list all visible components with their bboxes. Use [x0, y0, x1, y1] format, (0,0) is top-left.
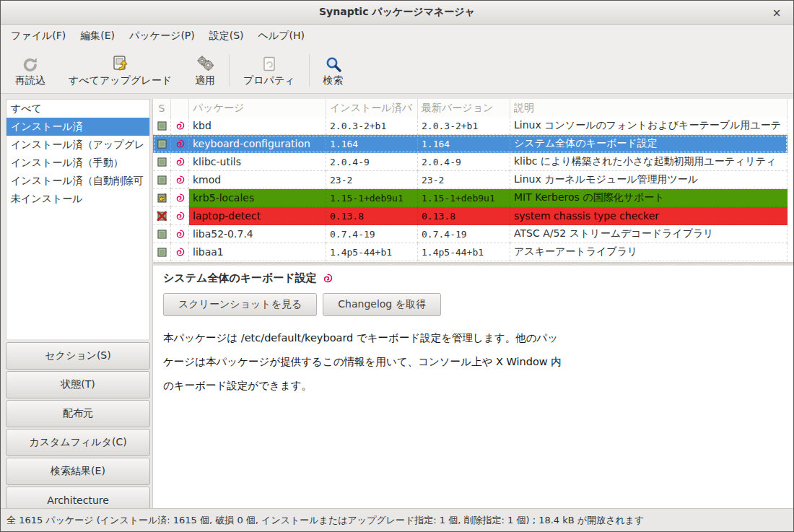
package-name: liba52-0.7.4 — [189, 225, 326, 243]
column-header-supported[interactable] — [171, 99, 189, 117]
column-header-description[interactable]: 説明 — [510, 99, 788, 117]
latest-version: 1.4p5-44+b1 — [418, 243, 510, 261]
column-header-status[interactable]: S — [153, 99, 171, 117]
description-line: のキーボード設定ができます。 — [163, 374, 783, 398]
get-changelog-button[interactable]: Changelog を取得 — [323, 293, 441, 316]
table-row-marked-upgrade[interactable]: krb5-locales 1.15-1+deb9u1 1.15-1+deb9u1… — [153, 189, 788, 207]
reload-label: 再読込 — [15, 74, 45, 87]
view-screenshot-button[interactable]: スクリーンショットを見る — [163, 293, 317, 316]
toolbar: 再読込 すべてアップグレード 適用 — [1, 48, 793, 94]
filter-item-installed-upgradable[interactable]: インストール済（アップグレ — [6, 136, 149, 154]
filter-item-installed-autoremovable[interactable]: インストール済（自動削除可 — [6, 172, 149, 190]
description-line: ケージは本パッケージが提供するこの情報を用いて、コンソール上や X Window… — [163, 350, 783, 374]
table-row[interactable]: kmod 23-2 23-2 Linux カーネルモジュール管理用ツール — [153, 171, 788, 189]
installed-version: 0.7.4-19 — [326, 225, 418, 243]
debian-swirl-icon — [171, 189, 189, 207]
installed-version: 1.15-1+deb9u1 — [326, 189, 418, 207]
description-line: 本パッケージは /etc/default/keyboard でキーボード設定を管… — [163, 326, 783, 350]
close-icon[interactable]: × — [767, 1, 786, 25]
properties-button[interactable]: プロパティ — [232, 50, 307, 91]
installed-version: 1.4p5-44+b1 — [326, 243, 418, 261]
debian-swirl-icon — [171, 171, 189, 189]
status-installed-icon — [153, 135, 171, 153]
package-description: system chassis type checker — [510, 207, 788, 225]
table-row-marked-removal[interactable]: laptop-detect 0.13.8 0.13.8 system chass… — [153, 207, 788, 225]
toolbar-separator — [309, 54, 310, 87]
statusbar: 全 1615 パッケージ (インストール済: 1615 個, 破損 0 個, イ… — [1, 508, 793, 531]
status-button[interactable]: 状態(T) — [6, 371, 150, 398]
origin-button[interactable]: 配布元 — [6, 400, 150, 427]
gears-icon — [196, 54, 214, 73]
status-installed-icon — [153, 225, 171, 243]
debian-swirl-icon — [171, 135, 189, 153]
upgrade-all-button[interactable]: すべてアップグレード — [57, 50, 183, 91]
package-description: Linux コンソールのフォントおよびキーテーブル用ユーテ — [510, 117, 788, 135]
package-name: libaa1 — [189, 243, 326, 261]
table-row[interactable]: libaa1 1.4p5-44+b1 1.4p5-44+b1 アスキーアートライ… — [153, 243, 788, 261]
menu-settings[interactable]: 設定(S) — [202, 25, 251, 47]
installed-version: 0.13.8 — [326, 207, 418, 225]
window-title: Synaptic パッケージマネージャ — [319, 6, 475, 19]
table-header: S パッケージ インストール済バ 最新バージョン 説明 — [153, 99, 788, 117]
upgrade-all-label: すべてアップグレード — [69, 74, 172, 87]
synaptic-window: Synaptic パッケージマネージャ × ファイル(F) 編集(E) パッケー… — [0, 0, 794, 532]
search-results-button[interactable]: 検索結果(E) — [6, 458, 150, 485]
debian-swirl-icon — [171, 225, 189, 243]
toolbar-separator — [229, 54, 230, 87]
debian-swirl-icon — [171, 207, 189, 225]
column-header-installed-version[interactable]: インストール済バ — [326, 99, 418, 117]
debian-swirl-icon — [171, 153, 189, 171]
latest-version: 0.13.8 — [418, 207, 510, 225]
package-description: ATSC A/52 ストリームデコードライブラリ — [510, 225, 788, 243]
table-row-selected[interactable]: keyboard-configuration 1.164 1.164 システム全… — [153, 135, 788, 153]
search-label: 検索 — [323, 74, 344, 87]
package-description: アスキーアートライブラリ — [510, 243, 788, 261]
reload-button[interactable]: 再読込 — [4, 50, 57, 91]
filter-item-installed[interactable]: インストール済 — [6, 118, 149, 136]
package-name: kbd — [189, 117, 326, 135]
package-long-description: 本パッケージは /etc/default/keyboard でキーボード設定を管… — [163, 326, 783, 398]
details-pane: システム全体のキーボード設定 スクリーンショットを見る Changelog を取… — [153, 266, 793, 508]
sections-button[interactable]: セクション(S) — [6, 342, 150, 370]
search-icon — [325, 54, 342, 73]
menu-help[interactable]: ヘルプ(H) — [251, 25, 312, 47]
filter-item-all[interactable]: すべて — [6, 100, 149, 118]
filter-item-installed-manual[interactable]: インストール済（手動） — [6, 154, 149, 172]
titlebar[interactable]: Synaptic パッケージマネージャ × — [1, 1, 793, 25]
table-row[interactable]: klibc-utils 2.0.4-9 2.0.4-9 klibc により構築さ… — [153, 153, 788, 171]
apply-label: 適用 — [195, 74, 215, 87]
status-installed-icon — [153, 153, 171, 171]
package-name: laptop-detect — [189, 207, 326, 225]
latest-version: 23-2 — [418, 171, 510, 189]
debian-swirl-icon — [171, 243, 189, 261]
status-upgrade-icon — [153, 189, 171, 207]
status-text: 全 1615 パッケージ (インストール済: 1615 個, 破損 0 個, イ… — [6, 514, 644, 527]
menu-file[interactable]: ファイル(F) — [4, 25, 73, 47]
reload-icon — [22, 54, 39, 73]
filter-list: すべて インストール済 インストール済（アップグレ インストール済（手動） イン… — [6, 99, 150, 339]
column-header-latest-version[interactable]: 最新バージョン — [418, 99, 510, 117]
column-header-package[interactable]: パッケージ — [189, 99, 326, 117]
properties-label: プロパティ — [243, 74, 295, 87]
table-row[interactable]: kbd 2.0.3-2+b1 2.0.3-2+b1 Linux コンソールのフォ… — [153, 117, 788, 135]
menu-edit[interactable]: 編集(E) — [73, 25, 122, 47]
menu-package[interactable]: パッケージ(P) — [122, 25, 202, 47]
installed-version: 2.0.4-9 — [326, 153, 418, 171]
latest-version: 2.0.3-2+b1 — [418, 117, 510, 135]
status-installed-icon — [153, 117, 171, 135]
search-button[interactable]: 検索 — [312, 50, 355, 91]
custom-filters-button[interactable]: カスタムフィルタ(C) — [6, 429, 150, 456]
status-installed-icon — [153, 243, 171, 261]
apply-button[interactable]: 適用 — [183, 50, 227, 91]
package-name: krb5-locales — [189, 189, 326, 207]
filter-item-not-installed[interactable]: 未インストール — [6, 190, 149, 208]
installed-version: 1.164 — [326, 135, 418, 153]
package-description: Linux カーネルモジュール管理用ツール — [510, 171, 788, 189]
installed-version: 2.0.3-2+b1 — [326, 117, 418, 135]
details-title: システム全体のキーボード設定 — [163, 271, 317, 285]
package-name: klibc-utils — [189, 153, 326, 171]
debian-swirl-icon — [171, 117, 189, 135]
sidebar-buttons: セクション(S) 状態(T) 配布元 カスタムフィルタ(C) 検索結果(E) A… — [6, 342, 150, 514]
package-description: MIT Kerberos の国際化サポート — [510, 189, 788, 207]
table-row[interactable]: liba52-0.7.4 0.7.4-19 0.7.4-19 ATSC A/52… — [153, 225, 788, 243]
